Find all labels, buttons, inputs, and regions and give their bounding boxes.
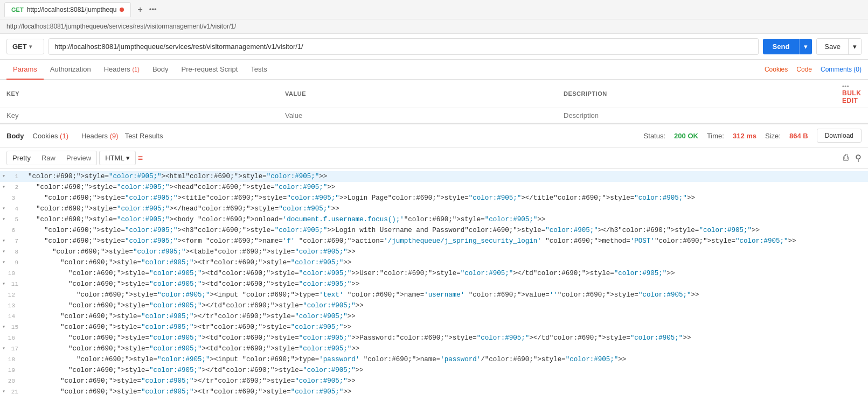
code-line: ▾4 "color:#690;">style="color:#905;"></h… xyxy=(0,203,868,214)
code-content: "color:#690;">style="color:#905;"><html"… xyxy=(26,171,329,182)
fold-arrow-icon[interactable]: ▾ xyxy=(2,322,5,333)
response-test-results-tab[interactable]: Test Results xyxy=(125,132,163,140)
response-headers-tab[interactable]: Headers (9) xyxy=(81,132,119,140)
code-content: "color:#690;">style="color:#905;"></tr"c… xyxy=(26,376,358,386)
tab-headers[interactable]: Headers (1) xyxy=(98,60,146,80)
response-body-label: Body xyxy=(6,132,24,140)
format-chevron-icon: ▾ xyxy=(126,154,130,162)
code-line: ▾1"color:#690;">style="color:#905;"><htm… xyxy=(0,171,868,182)
code-content: "color:#690;">style="color:#905;"><td"co… xyxy=(26,343,362,354)
fold-arrow-icon[interactable]: ▾ xyxy=(2,386,5,395)
size-label: Size: xyxy=(765,132,781,140)
line-number: 21 xyxy=(6,386,18,395)
raw-tab[interactable]: Raw xyxy=(36,151,61,165)
save-button-group: Save ▾ xyxy=(816,38,862,55)
line-gutter: ▾7 xyxy=(0,236,26,247)
code-content: "color:#690;">style="color:#905;"></td"c… xyxy=(26,300,366,311)
line-gutter: 12 xyxy=(0,290,26,300)
tab-authorization[interactable]: Authorization xyxy=(44,60,98,80)
params-row-empty xyxy=(0,108,868,123)
unsaved-dot xyxy=(120,8,124,12)
line-gutter: ▾21 xyxy=(0,386,26,395)
line-number: 5 xyxy=(6,214,18,225)
desc-input[interactable] xyxy=(564,111,829,119)
fold-arrow-icon[interactable]: ▾ xyxy=(2,279,5,290)
time-label: Time: xyxy=(707,132,724,140)
format-select[interactable]: HTML ▾ xyxy=(99,151,135,165)
code-content: "color:#690;">style="color:#905;"></td"c… xyxy=(26,365,366,376)
code-line: 12 "color:#690;">style="color:#905;"><in… xyxy=(0,290,868,300)
fold-arrow-icon[interactable]: ▾ xyxy=(2,203,5,214)
value-input[interactable] xyxy=(285,111,551,119)
col-key: KEY xyxy=(0,80,279,108)
code-content: "color:#690;">style="color:#905;"><td"co… xyxy=(26,268,677,279)
line-number: 7 xyxy=(6,236,18,247)
preview-tab[interactable]: Preview xyxy=(61,151,96,165)
save-button[interactable]: Save xyxy=(817,39,848,54)
fold-arrow-icon[interactable]: ▾ xyxy=(2,257,5,268)
code-content: "color:#690;">style="color:#905;"><input… xyxy=(26,354,628,365)
tab-params[interactable]: Params xyxy=(6,60,44,80)
fold-arrow-icon[interactable]: ▾ xyxy=(2,343,5,354)
col-description: DESCRIPTION xyxy=(557,80,836,108)
code-line: ▾9 "color:#690;">style="color:#905;"><tr… xyxy=(0,257,868,268)
bulk-edit-link[interactable]: Bulk Edit xyxy=(842,89,861,104)
params-more-icon[interactable]: ••• xyxy=(842,83,849,89)
tab-tests[interactable]: Tests xyxy=(244,60,273,80)
code-line: ▾15 "color:#690;">style="color:#905;"><t… xyxy=(0,322,868,333)
code-content: "color:#690;">style="color:#905;"><tr"co… xyxy=(26,322,353,333)
more-tabs-button[interactable]: ••• xyxy=(149,5,157,13)
request-tabs: Params Authorization Headers (1) Body Pr… xyxy=(0,60,868,80)
line-gutter: 20 xyxy=(0,376,26,386)
fold-arrow-icon[interactable]: ▾ xyxy=(2,171,5,182)
code-line: 16 "color:#690;">style="color:#905;"><td… xyxy=(0,333,868,343)
params-section: KEY VALUE DESCRIPTION ••• Bulk Edit xyxy=(0,80,868,124)
tab-body[interactable]: Body xyxy=(146,60,175,80)
cookies-link[interactable]: Cookies xyxy=(765,66,788,73)
send-button[interactable]: Send xyxy=(763,39,800,54)
send-dropdown-button[interactable]: ▾ xyxy=(799,39,812,54)
tab-pre-request-script[interactable]: Pre-request Script xyxy=(175,60,245,80)
line-gutter: ▾2 xyxy=(0,182,26,193)
save-dropdown-button[interactable]: ▾ xyxy=(848,39,861,54)
line-gutter: ▾17 xyxy=(0,343,26,354)
search-icon[interactable]: ⚲ xyxy=(855,153,862,163)
time-value: 312 ms xyxy=(733,132,756,140)
method-label: GET xyxy=(12,43,27,51)
col-actions: ••• Bulk Edit xyxy=(836,80,868,108)
status-area: Status: 200 OK Time: 312 ms Size: 864 B … xyxy=(644,129,862,143)
code-line: ▾8 "color:#690;">style="color:#905;"><ta… xyxy=(0,247,868,257)
comments-link[interactable]: Comments (0) xyxy=(821,66,862,73)
method-select[interactable]: GET ▾ xyxy=(6,39,44,54)
code-line: 13 "color:#690;">style="color:#905;"></t… xyxy=(0,300,868,311)
size-value: 864 B xyxy=(789,132,808,140)
line-gutter: 18 xyxy=(0,354,26,365)
fold-arrow-icon[interactable]: ▾ xyxy=(2,214,5,225)
code-content: "color:#690;">style="color:#905;"><tr"co… xyxy=(26,257,353,268)
line-number: 14 xyxy=(3,311,15,322)
send-button-group: Send ▾ xyxy=(763,39,813,54)
code-line: 6 "color:#690;">style="color:#905;"><h3"… xyxy=(0,225,868,236)
line-number: 12 xyxy=(3,290,15,300)
active-tab[interactable]: GET http://localhost:8081/jumpthequ xyxy=(4,2,131,17)
copy-icon[interactable]: ⎙ xyxy=(843,153,849,163)
download-button[interactable]: Download xyxy=(817,129,862,143)
pretty-tab[interactable]: Pretty xyxy=(7,151,36,165)
line-number: 17 xyxy=(6,343,18,354)
code-line: 14 "color:#690;">style="color:#905;"></t… xyxy=(0,311,868,322)
response-cookies-tab[interactable]: Cookies (1) xyxy=(33,132,68,140)
word-wrap-icon[interactable]: ≡ xyxy=(138,153,143,163)
response-section: Body Cookies (1) Headers (9) Test Result… xyxy=(0,124,868,395)
fold-arrow-icon[interactable]: ▾ xyxy=(2,236,5,247)
key-input[interactable] xyxy=(6,111,272,119)
url-input[interactable] xyxy=(48,38,759,55)
line-gutter: 10 xyxy=(0,268,26,279)
tab-url: http://localhost:8081/jumpthequ xyxy=(27,6,117,13)
request-bar: GET ▾ Send ▾ Save ▾ xyxy=(0,34,868,60)
fold-arrow-icon[interactable]: ▾ xyxy=(2,182,5,193)
code-link[interactable]: Code xyxy=(796,66,812,73)
url-breadcrumb: http://localhost:8081/jumpthequeue/servi… xyxy=(0,19,868,34)
fold-arrow-icon[interactable]: ▾ xyxy=(2,247,5,257)
code-content: "color:#690;">style="color:#905;"></head… xyxy=(26,203,342,214)
new-tab-button[interactable]: + xyxy=(133,5,147,15)
